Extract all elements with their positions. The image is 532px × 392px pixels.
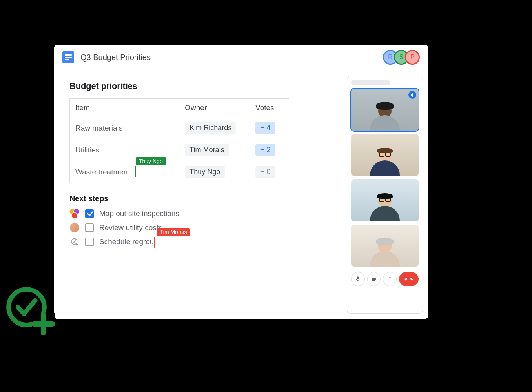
speaking-indicator-icon [408,91,416,99]
document-title[interactable]: Q3 Budget Priorities [80,53,151,62]
meet-title-placeholder [351,80,390,85]
checklist-item[interactable]: Schedule regrou Tim Morais [69,237,325,247]
section-heading-next-steps: Next steps [69,194,325,203]
meet-participant-tile[interactable] [351,179,419,221]
assignee-multi-avatar[interactable] [69,209,80,219]
checklist-text[interactable]: Schedule regrou Tim Morais [99,238,154,246]
checkbox[interactable] [85,223,94,232]
owner-chip[interactable]: Thuy Ngo [185,166,225,178]
camera-button[interactable] [367,272,381,286]
cell-item[interactable]: Raw materials [70,117,179,139]
document-body[interactable]: Budget priorities Item Owner Votes Raw m… [54,70,341,319]
owner-chip[interactable]: Tim Morais [185,144,229,156]
checklist-item[interactable]: Map out site inspections [69,209,325,219]
hangup-button[interactable] [399,272,419,286]
collaborator-avatar[interactable]: P [405,50,420,65]
column-header-votes: Votes [250,99,289,117]
collaborator-cursor [135,166,136,177]
docs-app-icon[interactable] [62,51,74,63]
vote-chip[interactable]: +4 [255,122,275,134]
checklist-text[interactable]: Review utility costs [99,223,162,232]
meet-participant-tile[interactable] [351,89,419,131]
checklist-item[interactable]: Review utility costs [69,223,325,233]
collaborator-cursor [154,237,155,248]
table-row[interactable]: Utilities Tim Morais +2 [70,139,289,161]
plus-icon: + [260,146,264,154]
docs-window: Q3 Budget Priorities R S P Budget priori… [54,45,428,319]
task-check-plus-icon [4,284,55,335]
cell-item[interactable]: Waste treatmen Thuy Ngo [70,161,179,183]
checklist-text[interactable]: Map out site inspections [99,209,179,218]
svg-point-1 [389,277,390,278]
plus-icon: + [260,124,264,132]
assign-task-icon[interactable] [69,237,80,247]
collaborator-cursor-label: Thuy Ngo [136,157,166,165]
cell-votes[interactable]: +0 [250,161,289,183]
column-header-owner: Owner [179,99,250,117]
owner-chip[interactable]: Kim Richards [185,122,236,134]
vote-chip[interactable]: +0 [255,166,275,178]
plus-icon: + [260,168,264,176]
table-row[interactable]: Waste treatmen Thuy Ngo Thuy Ngo +0 [70,161,289,183]
meet-participant-tile[interactable] [351,225,419,267]
svg-point-3 [389,280,390,281]
collaborator-avatars[interactable]: R S P [387,50,420,65]
checkbox[interactable] [85,238,94,246]
cell-votes[interactable]: +2 [250,139,289,161]
cell-owner[interactable]: Kim Richards [179,117,250,139]
priorities-table[interactable]: Item Owner Votes Raw materials Kim Richa… [69,98,289,183]
mic-button[interactable] [351,272,365,286]
meet-participant-tile[interactable] [351,134,419,176]
section-heading-priorities: Budget priorities [69,81,325,91]
assignee-avatar[interactable] [69,223,80,233]
svg-point-2 [389,279,390,280]
more-options-button[interactable] [383,272,397,286]
svg-point-0 [71,239,77,245]
vote-chip[interactable]: +2 [255,144,275,156]
table-row[interactable]: Raw materials Kim Richards +4 [70,117,289,139]
table-header-row: Item Owner Votes [70,99,289,117]
cell-owner[interactable]: Tim Morais [179,139,250,161]
cell-votes[interactable]: +4 [250,117,289,139]
meet-card [347,76,423,314]
header: Q3 Budget Priorities R S P [54,45,428,70]
collaborator-cursor-label: Tim Morais [157,228,190,236]
cell-owner[interactable]: Thuy Ngo [179,161,250,183]
column-header-item: Item [70,99,179,117]
meet-side-panel [341,70,428,319]
checkbox[interactable] [85,209,94,218]
